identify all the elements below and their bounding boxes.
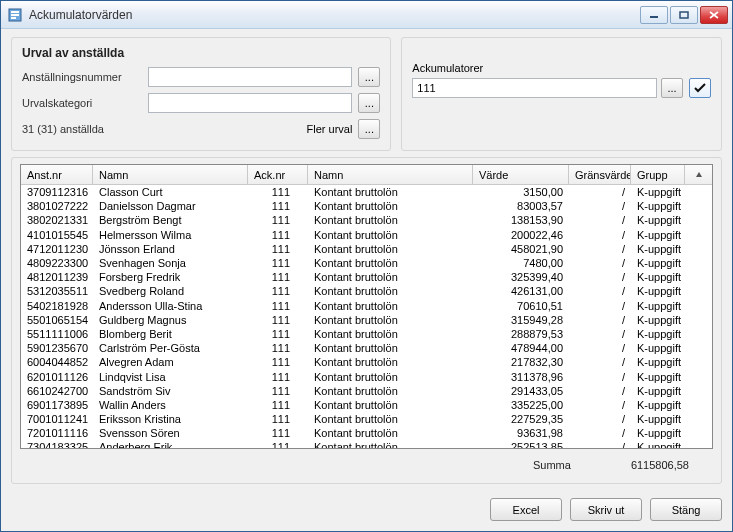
cell-namn: Wallin Anders bbox=[93, 399, 248, 411]
cell-ack: 111 bbox=[248, 356, 308, 368]
cell-namn: Lindqvist Lisa bbox=[93, 371, 248, 383]
cell-ack: 111 bbox=[248, 300, 308, 312]
table-row[interactable]: 4712011230Jönsson Erland111Kontant brutt… bbox=[21, 242, 712, 256]
more-urval-button[interactable]: ... bbox=[358, 119, 380, 139]
cell-grupp: K-uppgift bbox=[631, 399, 685, 411]
data-grid[interactable]: Anst.nr Namn Ack.nr Namn Värde Gränsvärd… bbox=[20, 164, 713, 449]
cell-grupp: K-uppgift bbox=[631, 328, 685, 340]
table-row[interactable]: 5901235670Carlström Per-Gösta111Kontant … bbox=[21, 341, 712, 355]
table-row[interactable]: 3801027222Danielsson Dagmar111Kontant br… bbox=[21, 199, 712, 213]
cell-grupp: K-uppgift bbox=[631, 356, 685, 368]
cell-ack: 111 bbox=[248, 342, 308, 354]
cell-anst: 5402181928 bbox=[21, 300, 93, 312]
col-grans[interactable]: Gränsvärde bbox=[569, 165, 631, 184]
cell-namn2: Kontant bruttolön bbox=[308, 413, 473, 425]
cell-namn: Sandström Siv bbox=[93, 385, 248, 397]
cell-namn: Svedberg Roland bbox=[93, 285, 248, 297]
cell-namn2: Kontant bruttolön bbox=[308, 356, 473, 368]
cell-val: 217832,30 bbox=[473, 356, 569, 368]
anst-input[interactable] bbox=[148, 67, 352, 87]
cell-grans: / bbox=[569, 229, 631, 241]
col-grupp[interactable]: Grupp bbox=[631, 165, 685, 184]
table-row[interactable]: 7304183325Anderberg Erik111Kontant brutt… bbox=[21, 440, 712, 448]
ack-browse-button[interactable]: ... bbox=[661, 78, 683, 98]
cell-namn2: Kontant bruttolön bbox=[308, 371, 473, 383]
titlebar[interactable]: Ackumulatorvärden bbox=[1, 1, 732, 29]
table-row[interactable]: 3709112316Classon Curt111Kontant bruttol… bbox=[21, 185, 712, 199]
excel-button[interactable]: Excel bbox=[490, 498, 562, 521]
cell-grupp: K-uppgift bbox=[631, 214, 685, 226]
col-val[interactable]: Värde bbox=[473, 165, 569, 184]
cell-grupp: K-uppgift bbox=[631, 371, 685, 383]
cell-namn2: Kontant bruttolön bbox=[308, 385, 473, 397]
table-row[interactable]: 5312035511Svedberg Roland111Kontant brut… bbox=[21, 284, 712, 298]
summary-value: 6115806,58 bbox=[631, 459, 689, 471]
cell-namn: Helmersson Wilma bbox=[93, 229, 248, 241]
cell-grans: / bbox=[569, 314, 631, 326]
cell-namn2: Kontant bruttolön bbox=[308, 186, 473, 198]
cell-grans: / bbox=[569, 356, 631, 368]
grid-body[interactable]: 3709112316Classon Curt111Kontant bruttol… bbox=[21, 185, 712, 448]
cell-grans: / bbox=[569, 214, 631, 226]
cell-anst: 7201011116 bbox=[21, 427, 93, 439]
cell-anst: 7001011241 bbox=[21, 413, 93, 425]
cell-grans: / bbox=[569, 243, 631, 255]
cell-namn2: Kontant bruttolön bbox=[308, 342, 473, 354]
anst-browse-button[interactable]: ... bbox=[358, 67, 380, 87]
cell-ack: 111 bbox=[248, 427, 308, 439]
cell-namn2: Kontant bruttolön bbox=[308, 214, 473, 226]
col-namn2[interactable]: Namn bbox=[308, 165, 473, 184]
cell-val: 200022,46 bbox=[473, 229, 569, 241]
cell-val: 83003,57 bbox=[473, 200, 569, 212]
ack-input[interactable] bbox=[412, 78, 657, 98]
table-row[interactable]: 5402181928Andersson Ulla-Stina111Kontant… bbox=[21, 299, 712, 313]
urval-input[interactable] bbox=[148, 93, 352, 113]
cell-namn: Forsberg Fredrik bbox=[93, 271, 248, 283]
col-anst[interactable]: Anst.nr bbox=[21, 165, 93, 184]
cell-namn2: Kontant bruttolön bbox=[308, 257, 473, 269]
cell-namn2: Kontant bruttolön bbox=[308, 441, 473, 448]
col-ack[interactable]: Ack.nr bbox=[248, 165, 308, 184]
table-row[interactable]: 6201011126Lindqvist Lisa111Kontant brutt… bbox=[21, 369, 712, 383]
cell-grans: / bbox=[569, 413, 631, 425]
client-area: Urval av anställda Anställningsnummer ..… bbox=[1, 29, 732, 494]
table-row[interactable]: 4812011239Forsberg Fredrik111Kontant bru… bbox=[21, 270, 712, 284]
svg-marker-8 bbox=[696, 172, 702, 177]
print-button[interactable]: Skriv ut bbox=[570, 498, 642, 521]
table-row[interactable]: 4101015545Helmersson Wilma111Kontant bru… bbox=[21, 228, 712, 242]
close-dialog-button[interactable]: Stäng bbox=[650, 498, 722, 521]
cell-val: 478944,00 bbox=[473, 342, 569, 354]
col-tail[interactable] bbox=[685, 165, 712, 184]
cell-val: 315949,28 bbox=[473, 314, 569, 326]
table-row[interactable]: 4809223300Svenhagen Sonja111Kontant brut… bbox=[21, 256, 712, 270]
table-row[interactable]: 3802021331Bergström Bengt111Kontant brut… bbox=[21, 213, 712, 227]
anst-label: Anställningsnummer bbox=[22, 71, 142, 83]
cell-namn: Classon Curt bbox=[93, 186, 248, 198]
cell-anst: 5312035511 bbox=[21, 285, 93, 297]
minimize-button[interactable] bbox=[640, 6, 668, 24]
table-row[interactable]: 5511111006Blomberg Berit111Kontant brutt… bbox=[21, 327, 712, 341]
col-namn[interactable]: Namn bbox=[93, 165, 248, 184]
grid-header[interactable]: Anst.nr Namn Ack.nr Namn Värde Gränsvärd… bbox=[21, 165, 712, 185]
urval-browse-button[interactable]: ... bbox=[358, 93, 380, 113]
table-row[interactable]: 7001011241Eriksson Kristina111Kontant br… bbox=[21, 412, 712, 426]
cell-grupp: K-uppgift bbox=[631, 200, 685, 212]
table-row[interactable]: 6901173895Wallin Anders111Kontant brutto… bbox=[21, 398, 712, 412]
employee-count: 31 (31) anställda bbox=[22, 123, 104, 135]
cell-anst: 4812011239 bbox=[21, 271, 93, 283]
table-row[interactable]: 6004044852Alvegren Adam111Kontant brutto… bbox=[21, 355, 712, 369]
apply-button[interactable] bbox=[689, 78, 711, 98]
cell-grans: / bbox=[569, 441, 631, 448]
maximize-button[interactable] bbox=[670, 6, 698, 24]
cell-ack: 111 bbox=[248, 271, 308, 283]
table-row[interactable]: 5501065154Guldberg Magnus111Kontant brut… bbox=[21, 313, 712, 327]
table-row[interactable]: 6610242700Sandström Siv111Kontant brutto… bbox=[21, 384, 712, 398]
table-row[interactable]: 7201011116Svensson Sören111Kontant brutt… bbox=[21, 426, 712, 440]
more-urval-label: Fler urval bbox=[307, 123, 353, 135]
cell-grans: / bbox=[569, 328, 631, 340]
cell-anst: 6004044852 bbox=[21, 356, 93, 368]
window-title: Ackumulatorvärden bbox=[29, 8, 640, 22]
close-button[interactable] bbox=[700, 6, 728, 24]
cell-namn2: Kontant bruttolön bbox=[308, 200, 473, 212]
cell-grans: / bbox=[569, 427, 631, 439]
